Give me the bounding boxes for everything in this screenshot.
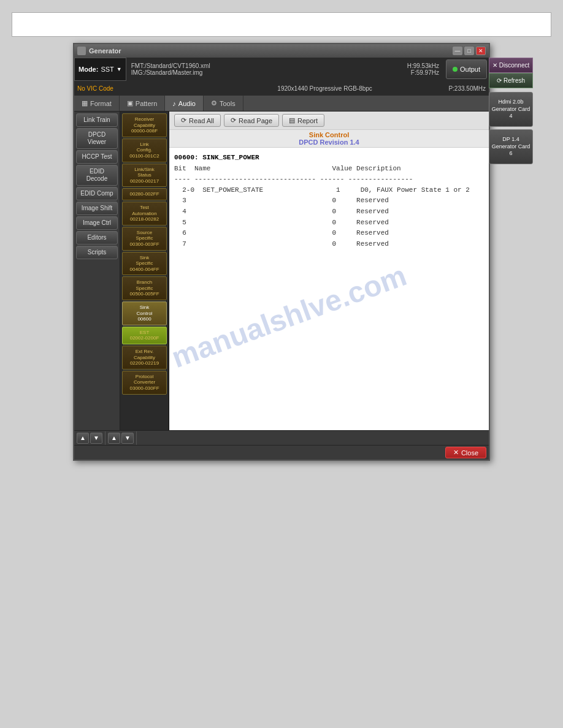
disconnect-button[interactable]: ✕ Disconnect (489, 58, 533, 73)
nav-est[interactable]: EST02002-0200F (122, 327, 167, 344)
reg-row-0: 2-0 SET_POWER_STATE 1 D0, FAUX Power Sta… (174, 185, 484, 196)
tab-format[interactable]: ▦ Format (74, 96, 120, 111)
minimize-button[interactable]: — (453, 47, 462, 55)
report-icon: ▤ (289, 116, 295, 124)
nav-protocol-converter[interactable]: ProtocolConverter03000-030FF (122, 371, 167, 395)
pixel-clock: P:233.50MHz (448, 85, 486, 92)
vic-code: No VIC Code (77, 85, 201, 92)
left-sidebar: Link Train DPCD Viewer HCCP Test EDID De… (74, 112, 120, 430)
reg-header: 00600: SINK_SET_POWER (174, 153, 484, 164)
read-all-button[interactable]: ⟳ Read All (174, 114, 221, 127)
nav-down-arrow-1[interactable]: ▼ (90, 433, 102, 444)
title-bar: Generator — □ ✕ (74, 44, 489, 58)
nav-test-automation[interactable]: TestAutomation00218-00282 (122, 202, 167, 226)
output-label: Output (460, 66, 480, 73)
mode-value: SST (101, 66, 113, 73)
freq-info: H:99.53kHz F:59.97Hz (402, 58, 444, 81)
window-icon (77, 47, 86, 55)
edid-decode-button[interactable]: EDID Decode (76, 165, 118, 186)
nav-up-arrow-2[interactable]: ▲ (108, 433, 120, 444)
report-button[interactable]: ▤ Report (282, 114, 324, 127)
second-bar: No VIC Code 1920x1440 Progressive RGB-8b… (74, 81, 489, 96)
freq-h: H:99.53kHz (407, 63, 439, 69)
read-all-icon: ⟳ (181, 116, 186, 124)
status-title: Sink Control (170, 131, 488, 138)
image-shift-button[interactable]: Image Shift (76, 202, 118, 215)
nav-source-specific[interactable]: SourceSpecific00300-003FF (122, 227, 167, 251)
hdmi-card-button[interactable]: Hdmi 2.0b Generator Card 4 (489, 92, 533, 127)
read-page-button[interactable]: ⟳ Read Page (224, 114, 279, 127)
refresh-icon: ⟳ (497, 77, 502, 84)
tab-audio[interactable]: ♪ Audio (165, 96, 204, 111)
bottom-nav-section-2: ▲ ▼ (105, 431, 137, 445)
edid-comp-button[interactable]: EDID Comp (76, 187, 118, 200)
nav-ext-rev[interactable]: Ext Rev.Capability02200-02219 (122, 346, 167, 370)
nav-receiver-capability[interactable]: ReceiverCapability00000-008F (122, 113, 167, 137)
editors-button[interactable]: Editors (76, 231, 118, 245)
tab-tools-label: Tools (220, 100, 236, 107)
far-right-panel: ✕ Disconnect ⟳ Refresh Hdmi 2.0b Generat… (489, 44, 533, 164)
mode-selector[interactable]: Mode: SST ▼ (74, 58, 126, 81)
output-button[interactable]: Output (446, 59, 487, 79)
main-content: ⟳ Read All ⟳ Read Page ▤ Report Sink Con… (169, 112, 489, 430)
dp-card-button[interactable]: DP 1.4 Generator Card 6 (489, 129, 533, 164)
maximize-button[interactable]: □ (464, 47, 474, 55)
title-bar-left: Generator (77, 47, 121, 55)
close-icon: ✕ (453, 449, 459, 457)
reg-row-4: 6 0 Reserved (174, 228, 484, 239)
register-content: 00600: SINK_SET_POWER Bit Name Value Des… (169, 148, 489, 430)
tab-format-label: Format (90, 100, 112, 107)
refresh-button[interactable]: ⟳ Refresh (489, 73, 533, 88)
read-page-label: Read Page (239, 117, 272, 124)
close-label: Close (461, 449, 478, 457)
link-train-button[interactable]: Link Train (76, 113, 118, 127)
fmt-line1: FMT:/Standard/CVT1960.xml (131, 63, 397, 69)
nav-sink-specific[interactable]: SinkSpecific00400-004FF (122, 252, 167, 276)
output-indicator (453, 67, 458, 72)
disconnect-icon: ✕ (492, 62, 497, 69)
reg-row-2: 4 0 Reserved (174, 207, 484, 218)
close-window-button[interactable]: ✕ (476, 47, 486, 55)
resolution-info: 1920x1440 Progressive RGB-8bpc (201, 85, 449, 92)
close-button[interactable]: ✕ Close (445, 447, 486, 458)
refresh-label: Refresh (504, 77, 525, 84)
tab-tools[interactable]: ⚙ Tools (204, 96, 243, 111)
freq-v: F:59.97Hz (407, 69, 439, 76)
title-bar-buttons: — □ ✕ (453, 47, 486, 55)
report-label: Report (297, 117, 318, 124)
tab-pattern[interactable]: ▣ Pattern (120, 96, 165, 111)
dpcd-viewer-button[interactable]: DPCD Viewer (76, 128, 118, 149)
pattern-icon: ▣ (127, 99, 133, 107)
close-bar: ✕ Close (74, 445, 489, 460)
content-area: Link Train DPCD Viewer HCCP Test EDID De… (74, 112, 489, 430)
main-window: Generator — □ ✕ Mode: SST ▼ FMT:/Standar… (73, 43, 490, 461)
bottom-nav-bar: ▲ ▼ ▲ ▼ (74, 430, 489, 445)
reg-row-5: 7 0 Reserved (174, 239, 484, 250)
format-icon: ▦ (82, 99, 88, 107)
nav-up-arrow-1[interactable]: ▲ (77, 433, 89, 444)
status-bar: Sink Control DPCD Revision 1.4 (169, 130, 489, 148)
image-ctrl-button[interactable]: Image Ctrl (76, 216, 118, 230)
nav-panel: ReceiverCapability00000-008F LinkConfig.… (120, 112, 169, 430)
reg-row-1: 3 0 Reserved (174, 195, 484, 207)
nav-sink-control[interactable]: SinkControl00600 (122, 301, 167, 325)
nav-down-arrow-2[interactable]: ▼ (121, 433, 134, 444)
top-bar (12, 12, 551, 37)
nav-link-sink-status[interactable]: Link/SinkStatus00200-00217 (122, 164, 167, 188)
tab-bar: ▦ Format ▣ Pattern ♪ Audio ⚙ Tools (74, 96, 489, 112)
fmt-line2: IMG:/Standard/Master.img (131, 69, 397, 76)
dp-card-label: DP 1.4 Generator Card 6 (492, 136, 530, 156)
reg-row-3: 5 0 Reserved (174, 218, 484, 229)
scripts-button[interactable]: Scripts (76, 246, 118, 259)
reg-col-headers: Bit Name Value Description (174, 164, 484, 175)
nav-link-config[interactable]: LinkConfig.00100-001C2 (122, 138, 167, 162)
disconnect-label: Disconnect (499, 62, 529, 69)
mode-dropdown-icon: ▼ (117, 66, 122, 72)
action-bar: ⟳ Read All ⟳ Read Page ▤ Report (169, 112, 489, 130)
hdmi-card-label: Hdmi 2.0b Generator Card 4 (492, 99, 530, 119)
file-info: FMT:/Standard/CVT1960.xml IMG:/Standard/… (126, 58, 402, 81)
nav-branch-specific[interactable]: BranchSpecific00500-005FF (122, 276, 167, 300)
hccp-test-button[interactable]: HCCP Test (76, 150, 118, 164)
read-page-icon: ⟳ (231, 116, 236, 124)
nav-00280[interactable]: 00280-002FF (122, 188, 167, 200)
